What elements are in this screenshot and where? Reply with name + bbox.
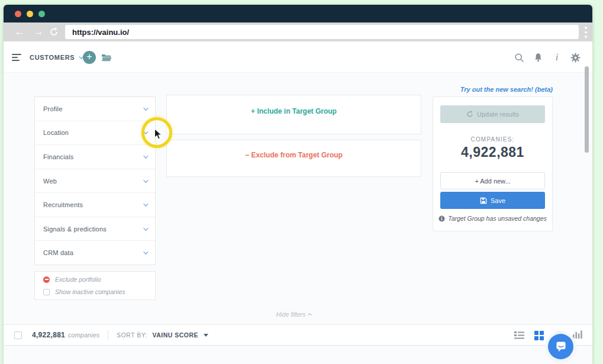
app-header: CUSTOMERS + i — [4, 41, 592, 73]
chat-launcher-button[interactable] — [548, 334, 573, 359]
companies-count-bottom: 4,922,881 — [32, 331, 65, 339]
scrollbar-thumb[interactable] — [585, 66, 589, 153]
menu-icon[interactable] — [12, 54, 22, 63]
add-new-button[interactable]: + Add new... — [440, 172, 545, 189]
chevron-down-icon — [143, 130, 148, 134]
divider — [108, 330, 108, 340]
desktop-background: ← → https://vainu.io/ CUSTOMERS + — [0, 0, 603, 364]
portfolio-options-box: Exclude portfolio Show inactive companie… — [34, 271, 156, 300]
add-new-label: + Add new... — [475, 178, 510, 185]
results-area — [4, 346, 592, 364]
sort-by-label: SORT BY: — [117, 332, 147, 339]
chevron-down-icon — [143, 250, 148, 255]
sidebar-item-profile[interactable]: Profile — [35, 97, 155, 121]
update-results-button[interactable]: Update results — [440, 105, 545, 123]
app-viewport: CUSTOMERS + i — [4, 41, 592, 364]
sidebar-item-recruitments[interactable]: Recruitments — [35, 192, 155, 217]
filter-label: Signals & predictions — [43, 226, 107, 233]
sidebar-item-financials[interactable]: Financials — [35, 144, 155, 169]
info-icon[interactable]: i — [552, 52, 562, 63]
companies-count: 4,922,881 — [433, 144, 552, 160]
plus-icon: + — [251, 107, 255, 115]
zoom-window-button[interactable] — [38, 11, 45, 17]
filter-label: Profile — [43, 105, 63, 112]
chevron-up-icon — [308, 313, 312, 317]
exclude-minus-icon — [43, 276, 50, 283]
info-circle-icon — [438, 215, 445, 222]
sidebar-item-web[interactable]: Web — [35, 169, 155, 193]
filter-sidebar: Profile Location Financials Web — [34, 96, 156, 265]
main-content: Try out the new search! (beta) Profile L… — [4, 73, 592, 364]
sidebar-item-signals-predictions[interactable]: Signals & predictions — [35, 217, 155, 241]
select-all-checkbox[interactable] — [14, 331, 22, 339]
hide-filters-label: Hide filters — [276, 311, 306, 318]
show-inactive-toggle[interactable]: Show inactive companies — [43, 288, 147, 295]
filter-label: CRM data — [43, 249, 73, 256]
url-address-bar[interactable]: https://vainu.io/ — [65, 25, 579, 39]
forward-icon[interactable]: → — [31, 22, 46, 41]
exclude-target-group-dropzone[interactable]: − Exclude from Target Group — [166, 140, 421, 177]
filter-label: Location — [43, 129, 69, 136]
include-target-group-dropzone[interactable]: + Include in Target Group — [166, 95, 421, 134]
show-inactive-checkbox[interactable] — [43, 289, 50, 295]
minus-icon: − — [245, 151, 249, 159]
chevron-down-icon — [143, 226, 148, 230]
chat-bubble-icon — [554, 340, 567, 353]
add-button[interactable]: + — [83, 51, 96, 64]
results-panel: Update results COMPANIES: 4,922,881 + Ad… — [433, 96, 553, 231]
minimize-window-button[interactable] — [27, 11, 33, 17]
chevron-down-icon — [143, 153, 148, 158]
results-bottom-bar: 4,922,881 companies SORT BY: VAINU SCORE — [4, 324, 592, 346]
sort-value-dropdown[interactable]: VAINU SCORE — [152, 331, 198, 339]
close-window-button[interactable] — [15, 11, 21, 17]
filter-label: Recruitments — [43, 201, 83, 208]
refresh-icon[interactable] — [46, 22, 62, 41]
companies-suffix: companies — [68, 331, 99, 339]
sort-caret-icon[interactable] — [204, 334, 208, 337]
sidebar-item-crm-data[interactable]: CRM data — [35, 240, 155, 265]
folder-icon[interactable] — [101, 53, 112, 64]
chart-view-icon[interactable] — [573, 330, 582, 341]
grid-view-icon[interactable] — [534, 331, 544, 343]
browser-menu-icon[interactable] — [583, 27, 588, 38]
include-label: Include in Target Group — [257, 107, 336, 115]
browser-titlebar — [4, 5, 592, 22]
unsaved-changes-text: Target Group has unsaved changes — [448, 215, 547, 222]
chevron-down-icon — [143, 105, 148, 110]
filter-label: Web — [43, 178, 57, 185]
gear-icon[interactable] — [570, 52, 581, 63]
customers-dropdown[interactable]: CUSTOMERS — [30, 41, 82, 73]
browser-window: ← → https://vainu.io/ CUSTOMERS + — [4, 5, 592, 364]
exclude-label: Exclude from Target Group — [251, 151, 342, 159]
bell-icon[interactable] — [533, 52, 543, 63]
sidebar-item-location[interactable]: Location — [35, 121, 155, 145]
exclude-portfolio-label: Exclude portfolio — [55, 276, 101, 283]
exclude-portfolio-toggle[interactable]: Exclude portfolio — [43, 276, 147, 283]
companies-label: COMPANIES: — [433, 136, 552, 143]
browser-toolbar: ← → https://vainu.io/ — [4, 22, 592, 41]
save-button[interactable]: Save — [440, 192, 545, 209]
save-label: Save — [491, 197, 505, 204]
chevron-down-icon — [143, 201, 148, 206]
save-icon — [480, 197, 487, 204]
back-icon[interactable]: ← — [12, 22, 27, 41]
new-search-promo-link[interactable]: Try out the new search! (beta) — [460, 86, 553, 93]
refresh-icon — [466, 111, 473, 118]
search-icon[interactable] — [514, 52, 524, 63]
filter-label: Financials — [43, 153, 74, 160]
hide-filters-link[interactable]: Hide filters — [166, 311, 421, 318]
chevron-down-icon — [143, 178, 148, 182]
unsaved-changes-note: Target Group has unsaved changes — [433, 215, 552, 222]
list-view-icon[interactable] — [514, 331, 524, 342]
show-inactive-label: Show inactive companies — [55, 288, 125, 295]
customers-dropdown-label: CUSTOMERS — [30, 54, 75, 61]
url-text: https://vainu.io/ — [72, 28, 129, 37]
update-results-label: Update results — [477, 111, 519, 118]
